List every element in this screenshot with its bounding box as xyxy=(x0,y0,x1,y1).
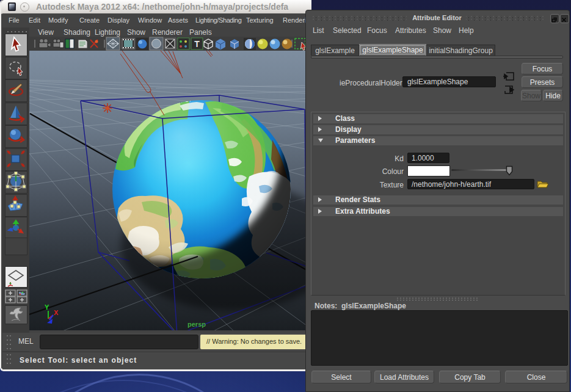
svg-text:Y: Y xyxy=(45,303,49,311)
svg-text:T: T xyxy=(194,39,200,49)
svg-text:X: X xyxy=(54,309,59,316)
svg-text:persp: persp xyxy=(187,321,206,328)
